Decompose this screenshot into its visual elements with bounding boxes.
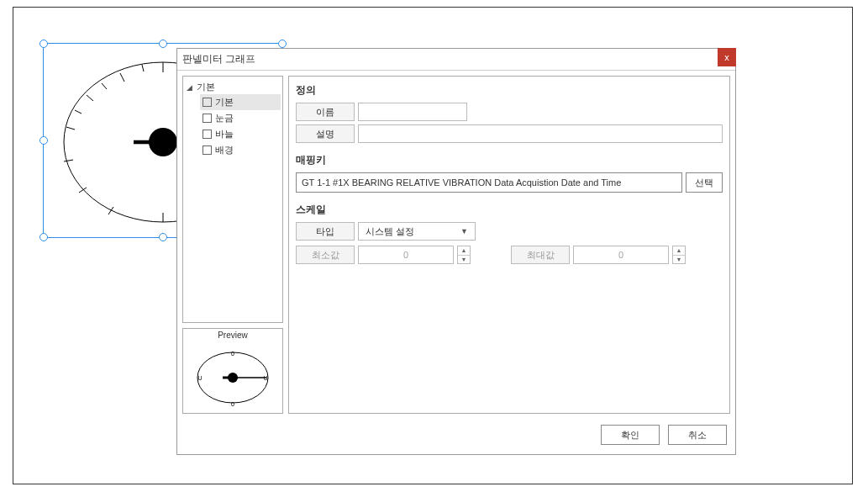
tree-box: ◢ 기본 기본 눈금 바늘	[182, 76, 283, 323]
resize-handle-bm[interactable]	[159, 233, 167, 241]
svg-line-19	[75, 110, 82, 114]
tree-children: 기본 눈금 바늘 배경	[200, 94, 281, 158]
name-label: 이름	[296, 103, 355, 121]
mapping-key-display: GT 1-1 #1X BEARING RELATIVE VIBRATION Da…	[296, 172, 682, 193]
section-mapping: 매핑키	[296, 153, 723, 167]
type-select-value: 시스템 설정	[366, 225, 414, 238]
tree-item-background[interactable]: 배경	[200, 142, 281, 158]
chevron-down-icon: ▼	[460, 227, 468, 235]
tree-root-label: 기본	[197, 81, 215, 93]
svg-text:U: U	[197, 375, 202, 381]
section-scale: 스케일	[296, 203, 723, 217]
desc-input[interactable]	[358, 124, 723, 143]
type-label: 타입	[296, 222, 355, 241]
section-definition: 정의	[296, 83, 723, 98]
svg-line-15	[142, 65, 144, 71]
tree-item-basic[interactable]: 기본	[200, 94, 281, 110]
name-input[interactable]	[358, 103, 467, 121]
svg-text:0: 0	[231, 401, 234, 407]
resize-handle-bl[interactable]	[39, 233, 48, 241]
svg-line-5	[64, 160, 73, 161]
main-panel: 정의 이름 설명 매핑키 GT 1-1 #1X BEARING RELATIVE…	[288, 76, 730, 414]
min-input[interactable]	[358, 246, 454, 264]
spinner-up-icon[interactable]: ▲	[458, 246, 470, 256]
close-button[interactable]: x	[718, 48, 736, 66]
svg-text:0: 0	[231, 351, 234, 357]
min-label: 최소값	[296, 246, 355, 264]
min-spinner[interactable]: ▲ ▼	[457, 246, 471, 264]
tree-item-label: 배경	[215, 144, 234, 156]
preview-gauge: 0 U U 0	[183, 341, 282, 413]
canvas-frame: 판넬미터 그래프 x ◢ 기본 기본	[13, 7, 853, 484]
dialog-title: 판넬미터 그래프	[182, 52, 255, 66]
preview-box: Preview 0 U U 0	[182, 328, 283, 414]
checkbox-icon[interactable]	[203, 114, 212, 123]
cancel-button-label: 취소	[688, 429, 707, 442]
select-button-label: 선택	[695, 177, 713, 189]
close-icon: x	[724, 52, 729, 62]
desc-label: 설명	[296, 124, 355, 143]
resize-handle-ml[interactable]	[39, 136, 48, 145]
mapping-key-text: GT 1-1 #1X BEARING RELATIVE VIBRATION Da…	[302, 177, 621, 188]
spinner-down-icon[interactable]: ▼	[458, 256, 470, 264]
tree-item-needle[interactable]: 바늘	[200, 126, 281, 142]
tree-item-scale[interactable]: 눈금	[200, 110, 281, 126]
spinner-up-icon[interactable]: ▲	[673, 246, 685, 256]
tree-item-label: 바늘	[215, 128, 234, 140]
dialog-titlebar[interactable]: 판넬미터 그래프 x	[177, 49, 735, 71]
tree-collapse-icon[interactable]: ◢	[185, 83, 193, 92]
dialog-body: ◢ 기본 기본 눈금 바늘	[177, 71, 735, 419]
resize-handle-tm[interactable]	[159, 40, 167, 48]
max-input[interactable]	[573, 246, 669, 264]
cancel-button[interactable]: 취소	[668, 425, 727, 445]
checkbox-icon[interactable]	[203, 130, 212, 139]
checkbox-icon[interactable]	[203, 145, 212, 155]
ok-button[interactable]: 확인	[601, 425, 660, 445]
resize-handle-tr[interactable]	[278, 40, 287, 48]
max-spinner[interactable]: ▲ ▼	[672, 246, 686, 264]
tree-panel: ◢ 기본 기본 눈금 바늘	[182, 76, 283, 414]
max-label: 최대값	[511, 246, 570, 264]
resize-handle-tl[interactable]	[39, 40, 48, 48]
dialog-footer: 확인 취소	[177, 419, 735, 451]
type-select[interactable]: 시스템 설정 ▼	[358, 222, 476, 241]
svg-line-4	[66, 127, 75, 130]
svg-line-3	[87, 95, 93, 101]
svg-line-2	[120, 73, 124, 82]
ok-button-label: 확인	[621, 429, 639, 442]
tree-item-label: 눈금	[215, 112, 234, 124]
spinner-down-icon[interactable]: ▼	[673, 256, 685, 264]
tree-item-label: 기본	[215, 96, 234, 108]
preview-title: Preview	[183, 329, 282, 341]
checkbox-icon[interactable]	[203, 98, 212, 107]
svg-line-17	[102, 83, 107, 89]
tree-root[interactable]: ◢ 기본	[185, 80, 281, 94]
panel-meter-dialog: 판넬미터 그래프 x ◢ 기본 기본	[176, 48, 736, 455]
gauge-icon: 0 U U 0	[191, 347, 275, 408]
select-mapping-button[interactable]: 선택	[686, 172, 723, 193]
